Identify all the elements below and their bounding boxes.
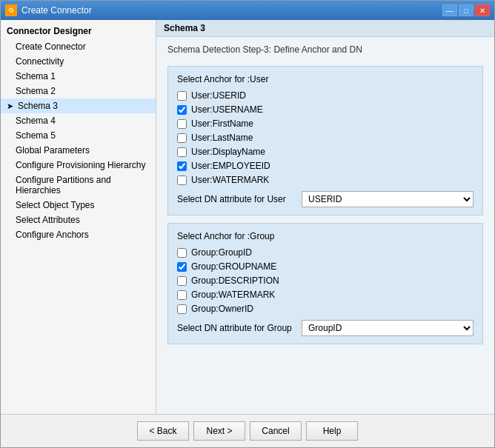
checkbox-group-groupname: Group:GROUPNAME [177,261,474,272]
sidebar-item-schema-2[interactable]: Schema 2 [1,84,156,98]
checkbox-user-username: User:USERNAME [177,104,474,115]
checkbox-user-employeeid-input[interactable] [177,161,187,171]
main-window: ⚙ Create Connector — □ ✕ Connector Desig… [0,0,495,448]
maximize-button[interactable]: □ [459,4,474,16]
sidebar-header: Connector Designer [1,23,156,39]
sidebar-item-schema-1[interactable]: Schema 1 [1,69,156,84]
user-anchor-section: Select Anchor for :User User:USERID User… [167,66,483,215]
close-button[interactable]: ✕ [475,4,490,16]
panel-content: Schema Detection Step-3: Define Anchor a… [156,37,494,414]
step-description: Schema Detection Step-3: Define Anchor a… [167,44,483,55]
sidebar-item-label: Schema 1 [16,71,56,81]
checkbox-group-groupid: Group:GroupID [177,247,474,258]
group-anchor-title: Select Anchor for :Group [177,231,474,241]
checkbox-group-watermark-input[interactable] [177,290,187,300]
sidebar-item-select-attributes[interactable]: Select Attributes [1,213,156,227]
user-dn-label: Select DN attribute for User [177,194,296,204]
checkbox-group-ownerid-label: Group:OwnerID [191,304,253,314]
sidebar-item-connectivity[interactable]: Connectivity [1,54,156,69]
sidebar-item-label: Schema 4 [16,116,56,126]
user-anchor-title: Select Anchor for :User [177,74,474,84]
checkbox-group-ownerid: Group:OwnerID [177,304,474,314]
sidebar-item-label: Schema 2 [16,86,56,96]
group-dn-dropdown[interactable]: GroupID GROUPNAME DESCRIPTION WATERMARK … [302,320,474,336]
checkbox-group-description-label: Group:DESCRIPTION [191,275,279,286]
checkbox-user-firstname: User:FirstName [177,118,474,129]
checkbox-user-displayname: User:DisplayName [177,147,474,157]
user-dn-select-row: Select DN attribute for User USERID USER… [177,191,474,207]
minimize-button[interactable]: — [442,4,457,16]
sidebar-item-configure-anchors[interactable]: Configure Anchors [1,227,156,242]
sidebar-item-label: Global Parameters [16,145,90,156]
sidebar-item-schema-4[interactable]: Schema 4 [1,113,156,128]
title-bar: ⚙ Create Connector — □ ✕ [1,1,494,20]
sidebar-item-label: Schema 3 [18,101,58,111]
checkbox-group-groupid-label: Group:GroupID [191,247,252,258]
checkbox-user-displayname-input[interactable] [177,147,187,157]
title-bar-controls: — □ ✕ [442,4,490,16]
sidebar-item-label: Configure Partitions and Hierarchies [16,175,150,195]
sidebar-item-label: Schema 5 [16,130,56,141]
checkbox-user-watermark-input[interactable] [177,175,187,185]
panel-header: Schema 3 [156,20,494,37]
title-bar-left: ⚙ Create Connector [5,4,92,16]
checkbox-user-employeeid: User:EMPLOYEEID [177,161,474,171]
sidebar-item-label: Select Object Types [16,200,95,210]
checkbox-user-username-label: User:USERNAME [191,104,263,115]
checkbox-user-username-input[interactable] [177,105,187,115]
checkbox-user-lastname-input[interactable] [177,133,187,143]
next-button[interactable]: Next > [193,421,245,441]
sidebar-item-label: Select Attributes [16,215,80,225]
window-title: Create Connector [21,5,92,16]
sidebar-item-label: Create Connector [16,41,86,52]
checkbox-group-groupid-input[interactable] [177,248,187,258]
sidebar-item-label: Connectivity [16,56,64,67]
sidebar-item-global-parameters[interactable]: Global Parameters [1,143,156,158]
sidebar-item-label: Configure Provisioning Hierarchy [16,160,145,170]
checkbox-group-description: Group:DESCRIPTION [177,275,474,286]
app-icon: ⚙ [5,4,17,16]
back-button[interactable]: < Back [137,421,189,441]
checkbox-user-displayname-label: User:DisplayName [191,147,265,157]
sidebar-item-select-object-types[interactable]: Select Object Types [1,198,156,213]
checkbox-user-watermark: User:WATERMARK [177,175,474,185]
sidebar-item-configure-provisioning[interactable]: Configure Provisioning Hierarchy [1,158,156,173]
main-content: Connector Designer Create Connector Conn… [1,20,494,414]
checkbox-user-userid: User:USERID [177,90,474,101]
checkbox-group-groupname-input[interactable] [177,262,187,272]
checkbox-user-firstname-label: User:FirstName [191,118,253,129]
group-anchor-section: Select Anchor for :Group Group:GroupID G… [167,223,483,344]
button-bar: < Back Next > Cancel Help [1,414,494,447]
checkbox-group-watermark-label: Group:WATERMARK [191,290,275,300]
checkbox-user-lastname-label: User:LastName [191,133,253,143]
user-dn-dropdown[interactable]: USERID USERNAME FirstName LastName Displ… [302,191,474,207]
checkbox-user-userid-input[interactable] [177,91,187,101]
help-button[interactable]: Help [306,421,358,441]
sidebar-item-configure-partitions[interactable]: Configure Partitions and Hierarchies [1,173,156,198]
sidebar-item-label: Configure Anchors [16,230,89,240]
checkbox-user-userid-label: User:USERID [191,90,246,101]
sidebar: Connector Designer Create Connector Conn… [1,20,156,414]
sidebar-item-schema-3[interactable]: ➤ Schema 3 [1,98,156,113]
sidebar-item-schema-5[interactable]: Schema 5 [1,128,156,143]
checkbox-group-description-input[interactable] [177,276,187,286]
checkbox-user-employeeid-label: User:EMPLOYEEID [191,161,270,171]
checkbox-group-groupname-label: Group:GROUPNAME [191,261,276,272]
right-panel: Schema 3 Schema Detection Step-3: Define… [156,20,494,414]
sidebar-item-create-connector[interactable]: Create Connector [1,39,156,54]
group-dn-select-row: Select DN attribute for Group GroupID GR… [177,320,474,336]
checkbox-user-firstname-input[interactable] [177,119,187,129]
group-dn-label: Select DN attribute for Group [177,323,296,333]
checkbox-user-lastname: User:LastName [177,133,474,143]
checkbox-group-watermark: Group:WATERMARK [177,290,474,300]
cancel-button[interactable]: Cancel [250,421,302,441]
arrow-icon: ➤ [7,101,13,111]
checkbox-group-ownerid-input[interactable] [177,304,187,314]
checkbox-user-watermark-label: User:WATERMARK [191,175,269,185]
